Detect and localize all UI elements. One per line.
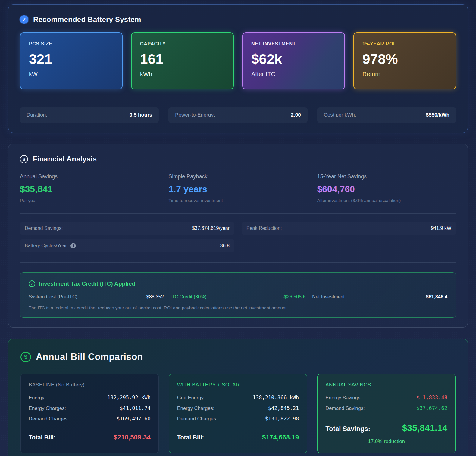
pcs-size-label: PCS SIZE xyxy=(29,41,114,47)
system-stats-row: Duration: 0.5 hours Power-to-Energy: 2.0… xyxy=(20,107,456,123)
demand-savings-card-label: Demand Savings: xyxy=(325,405,365,411)
cost-per-kwh-label: Cost per kWh: xyxy=(324,112,356,118)
battery-cycles-label-text: Battery Cycles/Year: xyxy=(25,243,68,248)
verified-badge-icon: ✓ xyxy=(20,15,28,24)
net-savings-label: 15-Year Net Savings xyxy=(317,173,456,180)
financial-metrics-row: Annual Savings $35,841 Per year Simple P… xyxy=(20,173,456,203)
capacity-unit: kWh xyxy=(140,71,225,78)
total-savings-value: $35,841.14 xyxy=(402,423,447,433)
with-battery-energy-charges-row: Energy Charges: $42,845.21 xyxy=(177,405,299,411)
with-battery-demand-charges-row: Demand Charges: $131,822.98 xyxy=(177,416,299,422)
itc-applied-box: ✓ Investment Tax Credit (ITC) Applied Sy… xyxy=(20,272,456,318)
baseline-energy-label: Energy: xyxy=(29,395,46,401)
financial-title: Financial Analysis xyxy=(33,155,97,163)
with-battery-grid-energy-value: 138,210.366 kWh xyxy=(253,395,299,401)
itc-credit-value: -$26,505.6 xyxy=(283,294,306,300)
financial-divider-bottom xyxy=(20,262,456,263)
with-battery-bill-card: WITH BATTERY + SOLAR Grid Energy: 138,21… xyxy=(169,374,307,453)
pcs-size-value: 321 xyxy=(29,51,114,67)
itc-description: The ITC is a federal tax credit that red… xyxy=(29,305,447,310)
reduction-footnote: 17.0% reduction xyxy=(325,439,447,445)
demand-savings-row: Demand Savings: $37,674.619/year xyxy=(20,222,234,235)
cost-per-kwh-stat: Cost per kWh: $550/kWh xyxy=(317,107,456,123)
energy-savings-label: Energy Savings: xyxy=(325,395,362,401)
with-battery-grid-energy-row: Grid Energy: 138,210.366 kWh xyxy=(177,395,299,401)
baseline-divider xyxy=(29,428,151,428)
duration-stat: Duration: 0.5 hours xyxy=(20,107,159,123)
annual-bill-comparison-section: $ Annual Bill Comparison BASELINE (No Ba… xyxy=(8,339,468,456)
with-battery-total-row: Total Bill: $174,668.19 xyxy=(177,433,299,441)
baseline-total-value: $210,509.34 xyxy=(114,433,150,441)
itc-net-investment-value: $61,846.4 xyxy=(426,294,447,300)
demand-savings-card-value: $37,674.62 xyxy=(417,405,447,411)
with-battery-total-label: Total Bill: xyxy=(177,434,204,441)
duration-label: Duration: xyxy=(27,112,47,118)
demand-savings-row-card: Demand Savings: $37,674.62 xyxy=(325,405,447,411)
baseline-bill-card: BASELINE (No Battery) Energy: 132,295.92… xyxy=(20,374,159,453)
bills-title: Annual Bill Comparison xyxy=(36,351,143,362)
net-investment-label: NET INVESTMENT xyxy=(251,41,336,47)
energy-savings-value: $-1,833.48 xyxy=(417,395,447,401)
check-circle-icon: ✓ xyxy=(29,280,35,287)
itc-credit-label: ITC Credit (30%): xyxy=(171,294,208,300)
dollar-circle-icon: $ xyxy=(20,155,28,163)
demand-savings-value: $37,674.619/year xyxy=(192,226,230,231)
annual-savings-header: ANNUAL SAVINGS xyxy=(325,382,447,388)
baseline-header: BASELINE (No Battery) xyxy=(29,382,151,388)
annual-savings-value: $35,841 xyxy=(20,184,159,194)
capacity-label: CAPACITY xyxy=(140,41,225,47)
battery-cycles-value: 36.8 xyxy=(220,243,230,248)
peak-reduction-row: Peak Reduction: 941.9 kW xyxy=(242,222,456,235)
recommended-header: ✓ Recommended Battery System xyxy=(20,15,456,24)
simple-payback-metric: Simple Payback 1.7 years Time to recover… xyxy=(168,173,307,203)
net-savings-metric: 15-Year Net Savings $604,760 After inves… xyxy=(317,173,456,203)
financial-details-grid: Demand Savings: $37,674.619/year Peak Re… xyxy=(20,222,456,252)
duration-value: 0.5 hours xyxy=(130,112,152,118)
itc-header: ✓ Investment Tax Credit (ITC) Applied xyxy=(29,280,447,287)
pcs-size-unit: kW xyxy=(29,71,114,78)
details-grid-spacer xyxy=(242,239,456,252)
with-battery-divider xyxy=(177,428,299,428)
total-savings-row: Total Savings: $35,841.14 xyxy=(325,423,447,433)
itc-values-row: System Cost (Pre-ITC): $88,352 ITC Credi… xyxy=(29,294,447,300)
info-icon[interactable]: i xyxy=(70,243,76,248)
with-battery-header: WITH BATTERY + SOLAR xyxy=(177,382,299,388)
simple-payback-value: 1.7 years xyxy=(168,184,307,194)
baseline-energy-charges-label: Energy Charges: xyxy=(29,405,66,411)
with-battery-demand-charges-label: Demand Charges: xyxy=(177,416,218,422)
itc-title: Investment Tax Credit (ITC) Applied xyxy=(39,280,135,287)
total-savings-label: Total Savings: xyxy=(325,425,370,433)
roi-value: 978% xyxy=(362,51,447,67)
recommended-title: Recommended Battery System xyxy=(33,15,141,24)
capacity-value: 161 xyxy=(140,51,225,67)
energy-savings-row: Energy Savings: $-1,833.48 xyxy=(325,395,447,401)
net-savings-value: $604,760 xyxy=(317,184,456,194)
with-battery-grid-energy-label: Grid Energy: xyxy=(177,395,205,401)
net-investment-unit: After ITC xyxy=(251,71,336,78)
roi-card: 15-YEAR ROI 978% Return xyxy=(353,32,456,89)
annual-savings-metric: Annual Savings $35,841 Per year xyxy=(20,173,159,203)
system-cost-pair: System Cost (Pre-ITC): $88,352 xyxy=(29,294,164,300)
net-investment-card: NET INVESTMENT $62k After ITC xyxy=(242,32,345,89)
baseline-energy-charges-row: Energy Charges: $41,011.74 xyxy=(29,405,151,411)
bill-cards-row: BASELINE (No Battery) Energy: 132,295.92… xyxy=(20,374,456,453)
net-investment-pair: Net Investment: $61,846.4 xyxy=(312,294,447,300)
baseline-total-row: Total Bill: $210,509.34 xyxy=(29,433,151,441)
peak-reduction-value: 941.9 kW xyxy=(431,226,451,231)
annual-savings-label: Annual Savings xyxy=(20,173,159,180)
baseline-energy-value: 132,295.92 kWh xyxy=(107,395,150,401)
baseline-demand-charges-row: Demand Charges: $169,497.60 xyxy=(29,416,151,422)
with-battery-demand-charges-value: $131,822.98 xyxy=(265,416,299,422)
simple-payback-sub: Time to recover investment xyxy=(168,198,307,203)
recommended-divider xyxy=(20,99,456,99)
with-battery-energy-charges-value: $42,845.21 xyxy=(268,405,299,411)
itc-net-investment-label: Net Investment: xyxy=(312,294,346,300)
simple-payback-label: Simple Payback xyxy=(168,173,307,180)
baseline-energy-charges-value: $41,011.74 xyxy=(120,405,150,411)
net-investment-value: $62k xyxy=(251,51,336,67)
demand-savings-label: Demand Savings: xyxy=(25,226,63,231)
financial-divider-top xyxy=(20,213,456,214)
capacity-card: CAPACITY 161 kWh xyxy=(131,32,234,89)
roi-unit: Return xyxy=(362,71,447,78)
power-to-energy-value: 2.00 xyxy=(291,112,301,118)
